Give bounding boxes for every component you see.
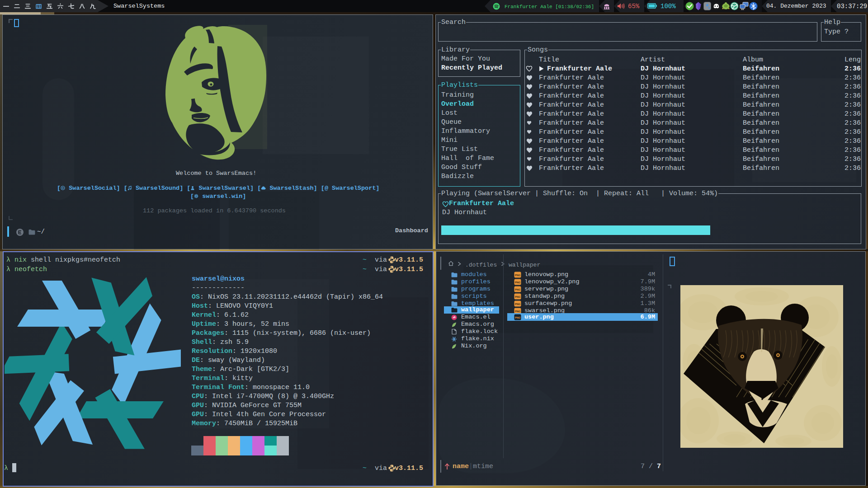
svg-text:PNG: PNG (515, 303, 520, 305)
svg-text:PNG: PNG (515, 288, 520, 291)
svg-text:PNG: PNG (515, 281, 520, 284)
svg-text:PNG: PNG (515, 310, 520, 313)
svg-text:PNG: PNG (515, 316, 520, 319)
svg-text:PNG: PNG (515, 296, 520, 298)
svg-text:PNG: PNG (515, 274, 520, 277)
